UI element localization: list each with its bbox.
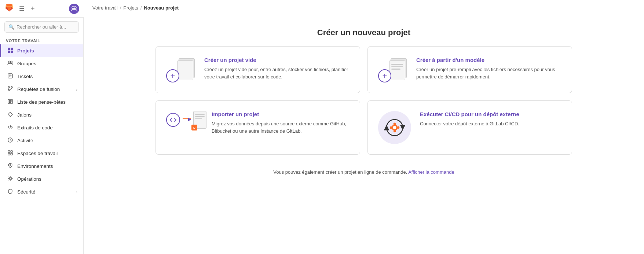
- groupes-label: Groupes: [17, 61, 36, 66]
- svg-point-0: [72, 7, 74, 9]
- svg-point-1: [74, 7, 76, 9]
- jalons-icon: [7, 111, 14, 118]
- operations-label: Opérations: [17, 176, 41, 182]
- cicd-project-content: Exécuter CI/CD pour un dépôt externe Con…: [420, 111, 561, 128]
- espaces-label: Espaces de travail: [17, 151, 58, 156]
- projets-icon: [7, 47, 14, 54]
- import-project-title: Importer un projet: [212, 111, 350, 117]
- breadcrumb-sep-2: /: [140, 5, 142, 11]
- groupes-icon: [7, 60, 14, 67]
- svg-point-6: [9, 61, 11, 63]
- sidebar-item-jalons[interactable]: Jalons: [0, 108, 83, 121]
- import-project-content: Importer un projet Migrez vos données de…: [212, 111, 350, 135]
- footer-text: Vous pouvez également créer un projet en…: [273, 169, 407, 175]
- tickets-label: Tickets: [17, 74, 33, 79]
- search-bar[interactable]: 🔍 Rechercher ou aller à...: [4, 21, 79, 33]
- gitlab-logo-icon[interactable]: [4, 3, 14, 15]
- requetes-label: Requêtes de fusion: [17, 86, 60, 92]
- svg-point-9: [8, 86, 10, 88]
- orange-badge-icon: D: [191, 125, 197, 130]
- page-title: Créer un nouveau projet: [84, 16, 644, 46]
- breadcrumb-current: Nouveau projet: [144, 5, 179, 11]
- blank-project-card[interactable]: + Créer un projet vide Créez un projet v…: [155, 46, 360, 93]
- extraits-label: Extraits de code: [17, 125, 53, 130]
- blank-plus-circle-icon: +: [166, 69, 179, 82]
- template-project-content: Créer à partir d'un modèle Créer un proj…: [416, 57, 561, 80]
- template-project-desc: Créer un projet pré-rempli avec les fich…: [416, 66, 561, 80]
- sidebar-item-liste-pense-betes[interactable]: Liste des pense-bêtes: [0, 96, 83, 108]
- svg-rect-16: [8, 153, 10, 155]
- sidebar-item-operations[interactable]: Opérations: [0, 173, 83, 185]
- cicd-project-title: Exécuter CI/CD pour un dépôt externe: [420, 111, 561, 117]
- sidebar-item-environnements[interactable]: Environnements: [0, 160, 83, 173]
- activite-label: Activité: [17, 138, 33, 143]
- cicd-project-desc: Connecter votre dépôt externe à GitLab C…: [420, 120, 561, 128]
- svg-rect-3: [11, 48, 13, 50]
- footer-hint: Vous pouvez également créer un projet en…: [84, 163, 644, 184]
- svg-point-19: [10, 178, 11, 179]
- environnements-icon: [7, 163, 14, 170]
- environnements-label: Environnements: [17, 163, 53, 169]
- securite-icon: [7, 188, 14, 195]
- cicd-icon-area: [378, 111, 411, 144]
- svg-rect-15: [11, 151, 12, 152]
- main-content: Votre travail / Projets / Nouveau projet…: [84, 0, 644, 254]
- liste-icon: [7, 99, 14, 106]
- cicd-project-card[interactable]: Exécuter CI/CD pour un dépôt externe Con…: [367, 100, 572, 155]
- group-avatar[interactable]: [69, 4, 79, 14]
- operations-icon: [7, 176, 14, 183]
- sidebar-item-securite[interactable]: Sécurité ›: [0, 185, 83, 198]
- breadcrumb-projets[interactable]: Projets: [123, 5, 138, 11]
- projets-label: Projets: [17, 48, 34, 54]
- sidebar-toggle-icon[interactable]: ☰: [17, 3, 26, 14]
- sidebar-item-projets[interactable]: Projets: [0, 44, 83, 57]
- liste-label: Liste des pense-bêtes: [17, 99, 66, 105]
- requetes-chevron-icon: ›: [76, 87, 77, 92]
- code-circle-icon: [166, 113, 180, 127]
- activite-icon: [7, 137, 14, 144]
- blank-project-desc: Créez un projet vide pour, entre autres,…: [204, 66, 350, 80]
- blank-project-title: Créer un projet vide: [204, 57, 350, 63]
- svg-point-18: [10, 165, 11, 166]
- svg-point-7: [11, 61, 12, 63]
- svg-rect-2: [8, 48, 10, 50]
- sidebar-item-extraits[interactable]: Extraits de code: [0, 121, 83, 134]
- blank-project-icon-area: +: [166, 57, 195, 82]
- search-icon: 🔍: [8, 24, 14, 30]
- jalons-label: Jalons: [17, 112, 32, 118]
- import-project-desc: Migrez vos données depuis une source ext…: [212, 120, 350, 135]
- sidebar: 🔍 Rechercher ou aller à... Votre travail…: [0, 0, 84, 254]
- sidebar-item-espaces[interactable]: Espaces de travail: [0, 147, 83, 160]
- svg-point-10: [11, 86, 12, 88]
- svg-point-11: [8, 89, 10, 91]
- tickets-icon: [7, 73, 14, 80]
- sidebar-item-groupes[interactable]: Groupes: [0, 57, 83, 70]
- template-project-card[interactable]: + Créer à partir d'un modèle Créer un pr…: [367, 46, 572, 93]
- new-item-icon[interactable]: +: [29, 3, 36, 14]
- svg-rect-14: [8, 151, 10, 152]
- template-plus-circle-icon: +: [378, 69, 391, 82]
- search-placeholder: Rechercher ou aller à...: [17, 24, 66, 30]
- svg-point-21: [393, 126, 396, 129]
- requetes-icon: [7, 86, 14, 93]
- securite-chevron-icon: ›: [76, 190, 77, 194]
- breadcrumb: Votre travail / Projets / Nouveau projet: [84, 0, 644, 16]
- footer-link[interactable]: Afficher la commande: [408, 169, 454, 175]
- svg-rect-4: [8, 51, 10, 53]
- cicd-gear-icon: [384, 117, 406, 139]
- svg-rect-5: [11, 51, 13, 53]
- import-project-card[interactable]: D Importer un projet Migrez vos données …: [155, 100, 360, 155]
- blank-project-content: Créer un projet vide Créez un projet vid…: [204, 57, 350, 80]
- your-work-label: Votre travail: [0, 36, 83, 44]
- svg-rect-17: [11, 153, 12, 155]
- sidebar-item-activite[interactable]: Activité: [0, 134, 83, 147]
- securite-label: Sécurité: [17, 189, 36, 195]
- template-icon-area: +: [378, 57, 407, 82]
- sidebar-item-requetes-fusion[interactable]: Requêtes de fusion ›: [0, 83, 83, 96]
- breadcrumb-sep-1: /: [120, 5, 121, 11]
- extraits-icon: [7, 124, 14, 131]
- espaces-icon: [7, 150, 14, 157]
- breadcrumb-votre-travail[interactable]: Votre travail: [92, 5, 118, 11]
- sidebar-item-tickets[interactable]: Tickets: [0, 70, 83, 83]
- cards-grid: + Créer un projet vide Créez un projet v…: [144, 46, 584, 163]
